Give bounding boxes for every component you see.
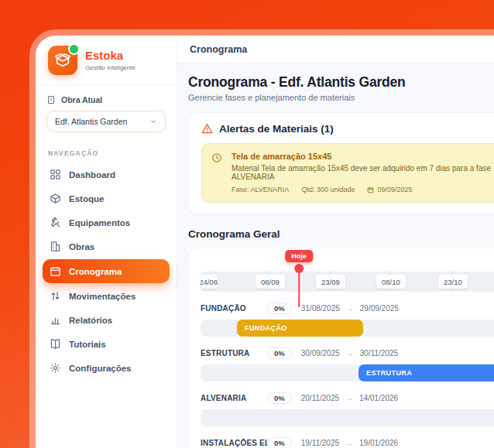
- phase-percent-badge: 0%: [267, 392, 292, 404]
- phase-end-date: 29/09/2025: [360, 304, 399, 313]
- sidebar-item-movimentacoes[interactable]: Movimentações: [43, 285, 170, 307]
- alert-date: 09/09/2025: [367, 186, 412, 193]
- gear-icon: [50, 362, 61, 374]
- online-status-dot: [68, 43, 80, 55]
- today-pin-dot: [294, 264, 304, 273]
- nav-section-label: NAVEGAÇÃO: [36, 134, 177, 162]
- gantt-track: FUNDAÇÃO: [201, 320, 494, 337]
- book-icon: [50, 338, 61, 350]
- content: Cronograma - Edf. Atlantis Garden Gerenc…: [177, 64, 494, 448]
- clock-icon: [211, 152, 222, 163]
- material-alert[interactable]: Tela de amarração 15x45 Material Tela de…: [201, 143, 494, 203]
- today-marker: Hoje: [285, 250, 313, 307]
- obra-atual-label: Obra Atual: [46, 95, 166, 104]
- date-arrow: →: [346, 304, 354, 313]
- timeline-tick: 23/10: [438, 275, 468, 289]
- gantt-heading: Cronograma Geral: [188, 228, 494, 240]
- alert-fase: Fase: ALVENARIA: [232, 186, 289, 193]
- timeline-header: 24/08 08/09 23/09 08/10 23/10: [201, 272, 494, 292]
- app-frame: Estoka Gestão Inteligente Obra Atual Edf…: [29, 29, 494, 448]
- sidebar-item-equipamentos[interactable]: Equipamentos: [43, 211, 170, 234]
- date-arrow: →: [345, 394, 353, 402]
- phase-start-date: 20/11/2025: [301, 394, 339, 402]
- alert-qty: Qtd: 300 unidade: [301, 186, 355, 193]
- sidebar-item-obras[interactable]: Obras: [43, 235, 170, 258]
- topbar: Cronograma: [177, 36, 494, 64]
- sidebar-nav: Dashboard Estoque Equipamentos Obras Cro…: [36, 162, 177, 380]
- timeline-tick: 08/09: [256, 275, 285, 289]
- gantt-bar-fundacao[interactable]: FUNDAÇÃO: [237, 320, 363, 337]
- calendar-icon: [50, 265, 61, 277]
- page-subtitle: Gerencie fases e planejamento de materia…: [188, 93, 494, 102]
- alert-meta: Fase: ALVENARIA Qtd: 300 unidade 09/09/2…: [232, 186, 494, 193]
- phase-percent-badge: 0%: [267, 437, 292, 448]
- date-arrow: →: [346, 349, 354, 357]
- brand-text: Estoka Gestão Inteligente: [85, 50, 136, 71]
- date-arrow: →: [345, 439, 353, 447]
- obra-select-dropdown[interactable]: Edf. Atlantis Garden: [46, 111, 166, 132]
- alerts-heading: Alertas de Materiais (1): [201, 123, 494, 135]
- alerts-card: Alertas de Materiais (1) Tela de amarraç…: [188, 112, 494, 214]
- phase-percent-badge: 0%: [267, 347, 292, 359]
- chevron-down-icon: [149, 118, 157, 125]
- arrows-up-down-icon: [50, 290, 61, 302]
- phase-name: ALVENARIA: [201, 394, 267, 402]
- phase-end-date: 30/11/2025: [360, 349, 398, 357]
- phase-start-date: 30/09/2025: [301, 349, 340, 357]
- phase-start-date: 19/11/2025: [301, 439, 339, 447]
- app-window: Estoka Gestão Inteligente Obra Atual Edf…: [36, 36, 494, 448]
- gantt-track: ESTRUTURA: [201, 364, 494, 381]
- brand-tagline: Gestão Inteligente: [85, 64, 136, 71]
- gantt-bar-estrutura[interactable]: ESTRUTURA: [358, 364, 494, 381]
- sidebar-item-dashboard[interactable]: Dashboard: [43, 163, 170, 186]
- today-line: [298, 273, 300, 307]
- estoka-logo: [48, 46, 77, 75]
- gantt-row-instalacoes: INSTALAÇÕES ELÉ... 0% 19/11/2025 → 19/01…: [201, 436, 494, 448]
- alert-title: Tela de amarração 15x45: [232, 152, 494, 161]
- main-area: Cronograma Cronograma - Edf. Atlantis Ga…: [177, 36, 494, 448]
- open-box-icon: [54, 52, 71, 69]
- phase-end-date: 14/01/2026: [359, 394, 398, 402]
- building-small-icon: [46, 95, 56, 104]
- box-icon: [50, 193, 61, 204]
- gantt-row-fundacao: FUNDAÇÃO 0% 31/08/2025 → 29/09/2025 FUND…: [201, 302, 494, 337]
- phase-name: INSTALAÇÕES ELÉ...: [201, 439, 267, 447]
- warning-triangle-icon: [201, 123, 213, 135]
- brand-name: Estoka: [85, 50, 136, 63]
- timeline-tick: 23/09: [316, 275, 345, 289]
- obra-atual-section: Obra Atual Edf. Atlantis Garden: [36, 85, 177, 134]
- gantt-track: [201, 409, 494, 426]
- today-badge: Hoje: [285, 250, 313, 262]
- page-title: Cronograma - Edf. Atlantis Garden: [188, 74, 494, 91]
- dashboard-icon: [50, 169, 61, 180]
- gantt-row-estrutura: ESTRUTURA 0% 30/09/2025 → 30/11/2025 EST…: [201, 347, 494, 381]
- sidebar-item-tutoriais[interactable]: Tutoriais: [43, 333, 170, 355]
- brand-header: Estoka Gestão Inteligente: [36, 36, 177, 85]
- timeline-tick: 08/10: [376, 275, 406, 289]
- sidebar: Estoka Gestão Inteligente Obra Atual Edf…: [36, 36, 177, 448]
- calendar-small-icon: [367, 186, 374, 193]
- bar-chart-icon: [50, 314, 61, 326]
- phase-name: FUNDAÇÃO: [201, 304, 267, 313]
- building-icon: [50, 241, 61, 252]
- gantt-row-alvenaria: ALVENARIA 0% 20/11/2025 → 14/01/2026: [201, 392, 494, 426]
- timeline-tick: 24/08: [201, 275, 218, 289]
- sidebar-item-relatorios[interactable]: Relatórios: [43, 309, 170, 331]
- topbar-title: Cronograma: [190, 44, 247, 55]
- phase-name: ESTRUTURA: [201, 349, 267, 357]
- tools-icon: [50, 217, 61, 228]
- phase-end-date: 19/01/2026: [359, 439, 398, 447]
- sidebar-item-cronograma[interactable]: Cronograma: [43, 259, 170, 283]
- gantt-card: Hoje 24/08 08/09 23/09 08/10 23/10: [188, 248, 494, 448]
- sidebar-item-configuracoes[interactable]: Configurações: [43, 357, 170, 379]
- sidebar-item-estoque[interactable]: Estoque: [43, 187, 170, 210]
- alert-description: Material Tela de amarração 15x45 deve se…: [232, 164, 494, 181]
- obra-select-value: Edf. Atlantis Garden: [55, 117, 127, 126]
